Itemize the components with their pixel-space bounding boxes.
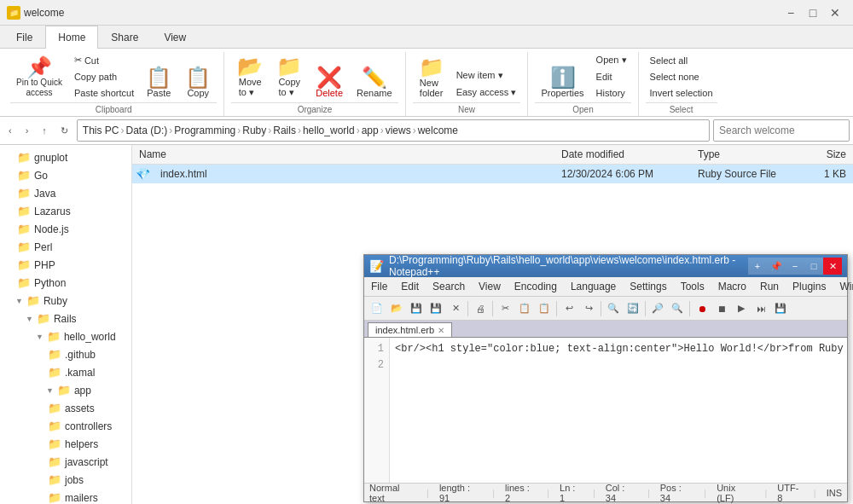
sidebar-item-ruby[interactable]: ▼ 📁 Ruby [0, 292, 131, 310]
sidebar-item-kamal[interactable]: 📁 .kamal [0, 363, 131, 381]
move-to-button[interactable]: 📂 Moveto ▾ [231, 54, 269, 101]
npp-tool-redo[interactable]: ↪ [579, 299, 598, 318]
tab-file[interactable]: File [3, 26, 45, 49]
invert-selection-button[interactable]: Invert selection [646, 85, 717, 101]
npp-tool-record[interactable]: ⏺ [693, 299, 711, 318]
breadcrumb-hello-world[interactable]: hello_world [303, 125, 355, 136]
npp-expand-button[interactable]: + [748, 258, 767, 275]
tab-share[interactable]: Share [98, 26, 151, 49]
col-size-header[interactable]: Size [793, 148, 853, 160]
restore-button[interactable]: □ [802, 2, 824, 24]
npp-close-button[interactable]: ✕ [823, 258, 842, 275]
new-folder-button[interactable]: 📁 Newfolder [413, 55, 450, 101]
npp-tool-close[interactable]: ✕ [446, 299, 465, 318]
edit-button[interactable]: Edit [592, 69, 631, 84]
sidebar-item-python[interactable]: 📁 Python [0, 274, 131, 292]
col-date-header[interactable]: Date modified [554, 148, 691, 160]
breadcrumb-rails[interactable]: Rails [273, 125, 296, 136]
npp-tool-save[interactable]: 💾 [407, 299, 426, 318]
copy-path-button[interactable]: Copy path [70, 69, 138, 84]
col-name-header[interactable]: Name [132, 148, 554, 160]
easy-access-button[interactable]: Easy access ▾ [452, 84, 521, 101]
new-item-button[interactable]: New item ▾ [452, 67, 521, 84]
npp-menu-run[interactable]: Run [753, 279, 786, 294]
npp-tool-copy[interactable]: 📋 [515, 299, 534, 318]
npp-tool-replace[interactable]: 🔄 [624, 299, 642, 318]
npp-tool-zoomout[interactable]: 🔍 [668, 299, 687, 318]
tab-view[interactable]: View [151, 26, 199, 49]
copy-button[interactable]: 📋 Copy [179, 65, 217, 101]
sidebar-item-java[interactable]: 📁 Java [0, 184, 131, 202]
npp-menu-window[interactable]: Window [833, 279, 853, 294]
select-all-button[interactable]: Select all [646, 53, 717, 68]
npp-tool-new[interactable]: 📄 [368, 299, 386, 318]
npp-tool-open[interactable]: 📂 [387, 299, 406, 318]
sidebar-item-assets[interactable]: 📁 assets [0, 399, 131, 417]
npp-tool-paste[interactable]: 📋 [535, 299, 554, 318]
npp-menu-search[interactable]: Search [426, 279, 472, 294]
sidebar-item-rails[interactable]: ▼ 📁 Rails [0, 310, 131, 327]
delete-button[interactable]: ❌ Delete [310, 65, 349, 101]
breadcrumb-ruby[interactable]: Ruby [242, 125, 266, 136]
sidebar-item-helpers[interactable]: 📁 helpers [0, 435, 131, 453]
breadcrumb[interactable]: This PC › Data (D:) › Programming › Ruby… [77, 119, 710, 142]
breadcrumb-programming[interactable]: Programming [174, 125, 235, 136]
sidebar-item-app[interactable]: ▼ 📁 app [0, 381, 131, 399]
col-type-header[interactable]: Type [691, 148, 793, 160]
tab-home[interactable]: Home [45, 26, 98, 49]
npp-tool-playback[interactable]: ▶ [732, 299, 751, 318]
sidebar-item-jobs[interactable]: 📁 jobs [0, 471, 131, 489]
npp-menu-language[interactable]: Language [564, 279, 623, 294]
refresh-button[interactable]: ↻ [55, 122, 73, 140]
npp-tool-stop[interactable]: ⏹ [712, 299, 731, 318]
npp-tab-index[interactable]: index.html.erb ✕ [368, 322, 452, 337]
npp-pin-button[interactable]: 📌 [767, 258, 786, 275]
npp-editor[interactable]: <br/><h1 style="color:blue; text-align:c… [390, 338, 847, 483]
npp-tab-close-icon[interactable]: ✕ [438, 326, 444, 335]
select-none-button[interactable]: Select none [646, 69, 717, 84]
breadcrumb-app[interactable]: app [362, 125, 379, 136]
npp-tool-cut[interactable]: ✂ [496, 299, 514, 318]
table-row[interactable]: 💎 index.html 12/30/2024 6:06 PM Ruby Sou… [132, 165, 853, 183]
forward-button[interactable]: › [20, 122, 34, 139]
sidebar-item-perl[interactable]: 📁 Perl [0, 238, 131, 256]
open-button[interactable]: Open ▾ [592, 52, 631, 68]
properties-button[interactable]: ℹ️ Properties [535, 65, 589, 101]
npp-tool-find[interactable]: 🔍 [604, 299, 623, 318]
npp-tool-print[interactable]: 🖨 [471, 299, 490, 318]
history-button[interactable]: History [592, 85, 631, 101]
sidebar-item-php[interactable]: 📁 PHP [0, 256, 131, 274]
sidebar-item-nodejs[interactable]: 📁 Node.js [0, 220, 131, 238]
npp-menu-encoding[interactable]: Encoding [508, 279, 564, 294]
search-bar[interactable]: 🔍 [713, 119, 850, 142]
sidebar-item-controllers[interactable]: 📁 controllers [0, 417, 131, 435]
npp-tool-runmacro[interactable]: ⏭ [751, 299, 770, 318]
npp-restore-button[interactable]: □ [804, 258, 823, 275]
cut-button[interactable]: ✂ Cut [70, 52, 138, 68]
npp-menu-macro[interactable]: Macro [711, 279, 753, 294]
search-input[interactable] [714, 123, 850, 138]
sidebar-item-hello-world[interactable]: ▼ 📁 hello_world [0, 327, 131, 345]
breadcrumb-welcome[interactable]: welcome [418, 125, 458, 136]
breadcrumb-thispc[interactable]: This PC [83, 125, 119, 136]
sidebar-item-github[interactable]: 📁 .github [0, 345, 131, 363]
paste-button[interactable]: 📋 Paste [140, 65, 177, 101]
npp-menu-edit[interactable]: Edit [394, 279, 426, 294]
npp-menu-view[interactable]: View [472, 279, 508, 294]
up-button[interactable]: ↑ [37, 122, 52, 139]
paste-shortcut-button[interactable]: Paste shortcut [70, 85, 138, 101]
npp-tool-saveall[interactable]: 💾 [426, 299, 445, 318]
npp-menu-plugins[interactable]: Plugins [786, 279, 833, 294]
rename-button[interactable]: ✏️ Rename [351, 65, 398, 101]
back-button[interactable]: ‹ [3, 122, 17, 139]
sidebar-item-javascript[interactable]: 📁 javascript [0, 453, 131, 471]
npp-menu-settings[interactable]: Settings [623, 279, 673, 294]
npp-tool-savemacro[interactable]: 💾 [771, 299, 790, 318]
close-button[interactable]: ✕ [824, 2, 846, 24]
breadcrumb-datad[interactable]: Data (D:) [126, 125, 168, 136]
breadcrumb-views[interactable]: views [386, 125, 411, 136]
npp-tool-zoomin[interactable]: 🔎 [648, 299, 667, 318]
sidebar-item-go[interactable]: 📁 Go [0, 166, 131, 184]
sidebar-item-gnuplot[interactable]: 📁 gnuplot [0, 148, 131, 166]
npp-tool-undo[interactable]: ↩ [560, 299, 578, 318]
